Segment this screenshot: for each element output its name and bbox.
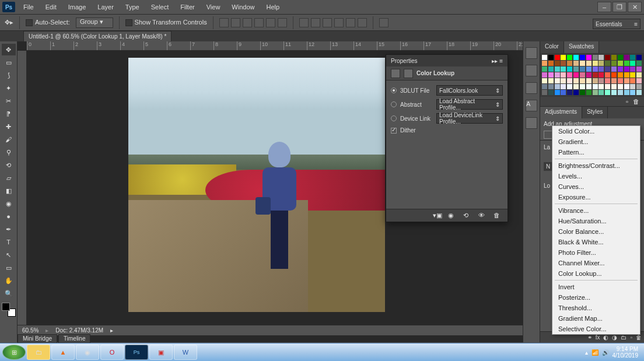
- swatch[interactable]: [636, 72, 642, 78]
- swatch[interactable]: [605, 61, 610, 66]
- properties-panel[interactable]: Properties ▸▸ ≡ Color Lookup 3DLUT File …: [386, 54, 508, 222]
- swatch[interactable]: [593, 78, 598, 83]
- swatch[interactable]: [598, 78, 604, 83]
- swatch[interactable]: [555, 61, 560, 66]
- timeline-tab[interactable]: Timeline: [58, 334, 90, 344]
- minimize-button[interactable]: –: [597, 2, 611, 12]
- swatch[interactable]: [555, 55, 560, 60]
- swatch[interactable]: [548, 66, 554, 72]
- swatch[interactable]: [573, 90, 579, 95]
- dist-top-icon[interactable]: [299, 18, 309, 27]
- swatch[interactable]: [561, 72, 566, 78]
- swatch[interactable]: [611, 78, 617, 83]
- hand-tool[interactable]: ✋: [2, 275, 16, 286]
- menu-filter[interactable]: Filter: [174, 1, 200, 13]
- history-panel-icon[interactable]: [526, 47, 537, 59]
- swatch[interactable]: [586, 90, 592, 95]
- menu-help[interactable]: Help: [260, 1, 285, 13]
- adj-menu-item[interactable]: Invert: [552, 282, 640, 292]
- fill-adj-icon[interactable]: ◑: [612, 334, 617, 341]
- view-previous-icon[interactable]: ◉: [448, 212, 457, 220]
- swatch[interactable]: [630, 84, 635, 89]
- color-tab[interactable]: Color: [540, 41, 564, 53]
- dodge-tool[interactable]: ●: [2, 211, 16, 222]
- adj-menu-item[interactable]: Color Lookup...: [552, 268, 640, 279]
- swatch[interactable]: [624, 72, 629, 78]
- adj-menu-item[interactable]: Photo Filter...: [552, 247, 640, 258]
- swatch[interactable]: [580, 66, 585, 72]
- swatch[interactable]: [636, 78, 642, 83]
- swatch[interactable]: [548, 84, 554, 89]
- swatch[interactable]: [586, 61, 592, 66]
- swatch[interactable]: [636, 66, 642, 72]
- swatch[interactable]: [580, 78, 585, 83]
- shape-tool[interactable]: ▭: [2, 262, 16, 274]
- device-link-radio[interactable]: [391, 115, 397, 121]
- swatch[interactable]: [636, 61, 642, 66]
- clip-to-layer-icon[interactable]: ▾▣: [433, 212, 442, 220]
- align-hcenter-icon[interactable]: [266, 18, 275, 27]
- swatch[interactable]: [618, 78, 623, 83]
- path-tool[interactable]: ↖: [2, 249, 16, 261]
- swatch[interactable]: [567, 90, 572, 95]
- swatch[interactable]: [561, 61, 566, 66]
- swatch[interactable]: [611, 66, 617, 72]
- new-swatch-icon[interactable]: ▫: [626, 98, 628, 105]
- zoom-level[interactable]: 60.5%: [22, 327, 38, 334]
- swatch[interactable]: [618, 55, 623, 60]
- close-button[interactable]: ✕: [628, 2, 642, 12]
- word-icon[interactable]: W: [174, 345, 197, 360]
- opera-icon[interactable]: O: [100, 345, 124, 360]
- swatch[interactable]: [636, 84, 642, 89]
- swatch[interactable]: [624, 90, 629, 95]
- tray-network-icon[interactable]: 📶: [592, 349, 598, 356]
- link-layers-icon[interactable]: ⚭: [587, 334, 592, 341]
- swatch[interactable]: [598, 90, 604, 95]
- fx-icon[interactable]: fx: [596, 334, 600, 341]
- swatch[interactable]: [567, 84, 572, 89]
- align-right-icon[interactable]: [278, 18, 287, 27]
- swatches-grid[interactable]: [540, 53, 644, 97]
- history-brush-tool[interactable]: ⟲: [2, 159, 16, 171]
- swatch[interactable]: [542, 90, 547, 95]
- swatch[interactable]: [567, 61, 572, 66]
- app2-icon[interactable]: ▣: [149, 345, 173, 360]
- swatch[interactable]: [573, 61, 579, 66]
- blur-tool[interactable]: ◉: [2, 198, 16, 209]
- adj-menu-item[interactable]: Exposure...: [552, 192, 640, 202]
- menu-select[interactable]: Select: [145, 1, 175, 13]
- delete-swatch-icon[interactable]: 🗑: [633, 98, 639, 105]
- swatch[interactable]: [555, 66, 560, 72]
- swatch[interactable]: [548, 90, 554, 95]
- swatch[interactable]: [636, 90, 642, 95]
- swatch[interactable]: [605, 72, 610, 78]
- explorer-icon[interactable]: 🗀: [27, 345, 50, 360]
- swatch[interactable]: [561, 90, 566, 95]
- dist-left-icon[interactable]: [334, 18, 344, 27]
- device-link-dropdown[interactable]: Load DeviceLink Profile...⇕: [436, 113, 503, 124]
- pen-tool[interactable]: ✒: [2, 223, 16, 235]
- menu-file[interactable]: File: [18, 1, 40, 13]
- move-tool[interactable]: ✥: [2, 44, 16, 55]
- adj-menu-item[interactable]: Vibrance...: [552, 205, 640, 216]
- vlc-icon[interactable]: ▲: [51, 345, 75, 360]
- type-tool[interactable]: T: [2, 236, 16, 248]
- brush-tool[interactable]: 🖌: [2, 134, 16, 145]
- mask-icon[interactable]: ◐: [603, 334, 608, 341]
- swatch[interactable]: [548, 61, 554, 66]
- new-layer-icon[interactable]: ▫: [630, 334, 632, 341]
- character-panel-icon[interactable]: [526, 65, 537, 76]
- swatch[interactable]: [555, 78, 560, 83]
- swatch[interactable]: [580, 90, 585, 95]
- adjustment-layer-menu[interactable]: Solid Color...Gradient...Pattern...Brigh…: [552, 125, 640, 335]
- dither-checkbox[interactable]: [391, 128, 397, 134]
- dist-bottom-icon[interactable]: [323, 18, 332, 27]
- swatch[interactable]: [548, 72, 554, 78]
- swatch[interactable]: [624, 55, 629, 60]
- swatch[interactable]: [630, 72, 635, 78]
- abstract-radio[interactable]: [391, 101, 397, 107]
- notes-panel-icon[interactable]: [526, 117, 537, 129]
- adj-menu-item[interactable]: Selective Color...: [552, 324, 640, 334]
- fg-bg-colors[interactable]: [2, 303, 16, 317]
- layer-thumb-icon[interactable]: [391, 69, 400, 78]
